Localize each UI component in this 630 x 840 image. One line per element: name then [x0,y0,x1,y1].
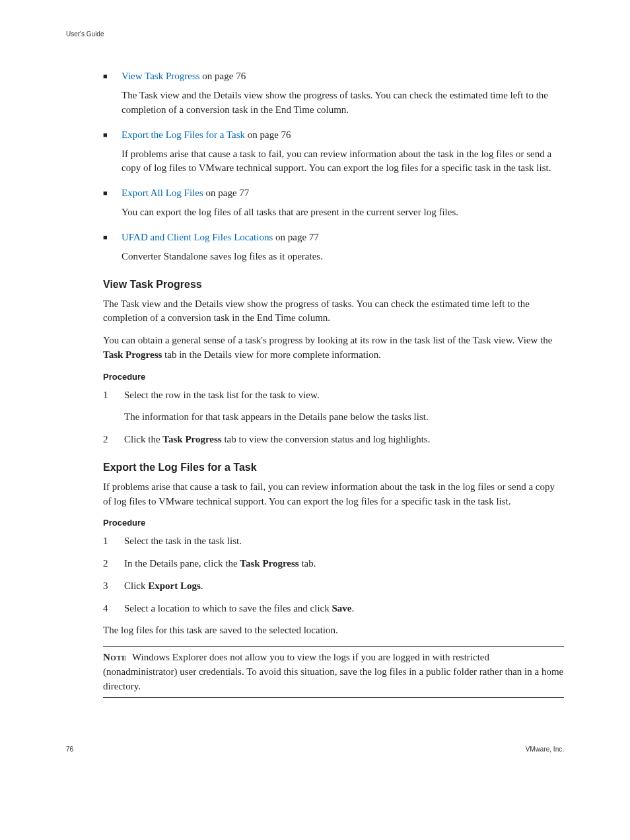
bullet-description: Converter Standalone saves log files as … [122,250,564,264]
heading-view-task-progress: View Task Progress [103,279,564,291]
page: User's Guide ■ View Task Progress on pag… [0,0,630,783]
emphasis: Task Progress [240,558,298,569]
text: tab in the Details view for more complet… [162,349,381,360]
text: In the Details pane, click the [124,558,240,569]
step-text: Select the row in the task list for the … [124,388,564,403]
link-suffix: on page 77 [273,232,319,242]
procedure-step: 2 Click the Task Progress tab to view th… [103,433,564,447]
procedure-step: 2 In the Details pane, click the Task Pr… [103,557,564,571]
bullet-description: The Task view and the Details view show … [122,88,564,118]
link-suffix: on page 76 [200,71,246,81]
paragraph: The log files for this task are saved to… [103,623,564,638]
note-text: Windows Explorer does not allow you to v… [103,652,563,691]
toc-bullet: ■ UFAD and Client Log Files Locations on… [103,230,564,264]
text: Click [124,580,148,591]
emphasis: Export Logs [148,580,201,591]
procedure-step: 1 Select the row in the task list for th… [103,388,564,403]
text: You can obtain a general sense of a task… [103,335,553,345]
emphasis: Task Progress [162,434,221,444]
procedure-step: 4 Select a location to which to save the… [103,602,564,616]
heading-export-log-files: Export the Log Files for a Task [103,462,564,473]
paragraph: The Task view and the Details view show … [103,297,564,326]
procedure-heading: Procedure [103,372,564,382]
page-number: 76 [66,746,73,753]
bullet-icon: ■ [103,69,111,83]
bullet-icon: ■ [103,230,111,244]
step-sub-text: The information for that task appears in… [124,410,564,425]
text: . [201,580,203,591]
link-export-log-files-task[interactable]: Export the Log Files for a Task [122,129,245,140]
emphasis: Task Progress [103,349,162,360]
procedure-step: 1 Select the task in the task list. [103,534,564,549]
text: tab to view the conversion status and lo… [222,434,431,444]
text: . [351,603,354,613]
step-number: 2 [103,557,112,571]
procedure-heading: Procedure [103,518,564,528]
link-view-task-progress[interactable]: View Task Progress [122,71,200,81]
step-number: 1 [103,534,112,549]
text: Click the [124,434,162,444]
step-number: 3 [103,579,112,594]
step-text: Select a location to which to save the f… [124,602,564,616]
step-number: 1 [103,388,112,403]
bullet-description: If problems arise that cause a task to f… [122,147,564,176]
procedure-step: 3 Click Export Logs. [103,579,564,594]
emphasis: Save [332,603,351,613]
step-number: 2 [103,433,112,447]
link-suffix: on page 77 [203,188,250,198]
step-text: Click Export Logs. [124,579,564,594]
link-export-all-log-files[interactable]: Export All Log Files [122,188,203,198]
paragraph: If problems arise that cause a task to f… [103,480,564,509]
note-label: Note [103,652,127,662]
link-ufad-client-log-locations[interactable]: UFAD and Client Log Files Locations [122,232,273,242]
bullet-icon: ■ [103,186,111,200]
brand-name: VMware, Inc. [526,746,564,753]
paragraph: You can obtain a general sense of a task… [103,333,564,363]
bullet-description: You can export the log files of all task… [122,205,564,220]
toc-bullet: ■ Export All Log Files on page 77 You ca… [103,186,564,220]
step-text: In the Details pane, click the Task Prog… [124,557,564,571]
bullet-icon: ■ [103,128,111,142]
note-block: NoteWindows Explorer does not allow you … [103,646,564,698]
step-text: Click the Task Progress tab to view the … [124,433,564,447]
toc-bullet: ■ Export the Log Files for a Task on pag… [103,128,564,176]
text: Select a location to which to save the f… [124,603,332,613]
page-footer: 76 VMware, Inc. [66,746,564,753]
toc-bullet: ■ View Task Progress on page 76 The Task… [103,69,564,118]
step-number: 4 [103,602,112,616]
link-suffix: on page 76 [245,129,291,140]
text: tab. [299,558,316,569]
step-text: Select the task in the task list. [124,534,564,549]
running-header: User's Guide [66,30,564,38]
